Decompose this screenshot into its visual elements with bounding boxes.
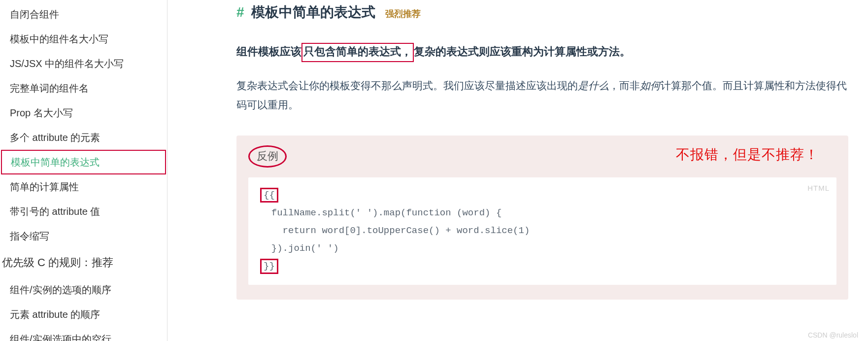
intro-pre: 组件模板应该 [236,45,301,58]
sidebar-item-full-word[interactable]: 完整单词的组件名 [0,76,167,101]
intro-post: 复杂的表达式则应该重构为计算属性或方法。 [414,45,631,58]
sidebar-item-quoted-attr[interactable]: 带引号的 attribute 值 [0,199,167,224]
main-content: # 模板中简单的表达式 强烈推荐 组件模板应该只包含简单的表达式，复杂的表达式则… [167,0,868,341]
sidebar-item-simple-computed[interactable]: 简单的计算属性 [0,174,167,199]
bad-example-block: 反例 不报错，但是不推荐！ HTML {{ fullName.split(' '… [236,136,848,300]
hash-anchor[interactable]: # [236,4,244,20]
intro-highlight-box: 只包含简单的表达式， [301,43,414,62]
priority-badge: 强烈推荐 [385,8,421,20]
sidebar-list-c: 组件/实例的选项的顺序 元素 attribute 的顺序 组件/实例选项中的空行 [0,275,167,341]
sidebar-item-directive-shorthand[interactable]: 指令缩写 [0,224,167,248]
sidebar-item-options-order[interactable]: 组件/实例的选项的顺序 [0,277,167,302]
code-open-braces-highlight: {{ [260,188,278,203]
watermark: CSDN @ruleslol [808,331,858,339]
code-block: HTML {{ fullName.split(' ').map(function… [248,177,836,285]
annotation-text: 不报错，但是不推荐！ [676,145,819,164]
code-line-2: fullName.split(' ').map(function (word) … [260,204,827,222]
sidebar-item-template-casing[interactable]: 模板中的组件名大小写 [0,27,167,51]
code-close-braces-highlight: }} [260,259,278,274]
sidebar: 自闭合组件 模板中的组件名大小写 JS/JSX 中的组件名大小写 完整单词的组件… [0,0,167,341]
sidebar-section-c-title: 优先级 C 的规则：推荐 [0,248,167,275]
para-part1: 复杂表达式会让你的模板变得不那么声明式。我们应该尽量描述应该出现的 [236,80,578,91]
sidebar-list-b: 自闭合组件 模板中的组件名大小写 JS/JSX 中的组件名大小写 完整单词的组件… [0,0,167,248]
intro-bold: 组件模板应该只包含简单的表达式，复杂的表达式则应该重构为计算属性或方法。 [236,42,848,62]
para-part2: ，而非 [609,80,640,91]
sidebar-item-simple-expr[interactable]: 模板中简单的表达式 [1,150,166,174]
para-em1: 是什么 [578,80,609,91]
sidebar-item-prop-casing[interactable]: Prop 名大小写 [0,101,167,125]
code-line-3: return word[0].toUpperCase() + word.slic… [260,222,827,239]
sidebar-item-self-closing[interactable]: 自闭合组件 [0,2,167,27]
bad-badge: 反例 [248,145,287,167]
sidebar-item-attr-order[interactable]: 元素 attribute 的顺序 [0,302,167,327]
sidebar-item-multi-attr[interactable]: 多个 attribute 的元素 [0,125,167,150]
page-title: 模板中简单的表达式 [251,3,375,22]
sidebar-item-jsx-casing[interactable]: JS/JSX 中的组件名大小写 [0,51,167,76]
code-lang-label: HTML [807,181,830,196]
section-heading: # 模板中简单的表达式 强烈推荐 [236,3,848,22]
sidebar-item-blank-lines[interactable]: 组件/实例选项中的空行 [0,327,167,341]
code-line-5: }} [260,257,827,275]
code-line-1: {{ [260,186,827,204]
code-line-4: }).join(' ') [260,239,827,257]
para-em2: 如何 [640,80,661,91]
intro-paragraph: 复杂表达式会让你的模板变得不那么声明式。我们应该尽量描述应该出现的是什么，而非如… [236,76,848,115]
